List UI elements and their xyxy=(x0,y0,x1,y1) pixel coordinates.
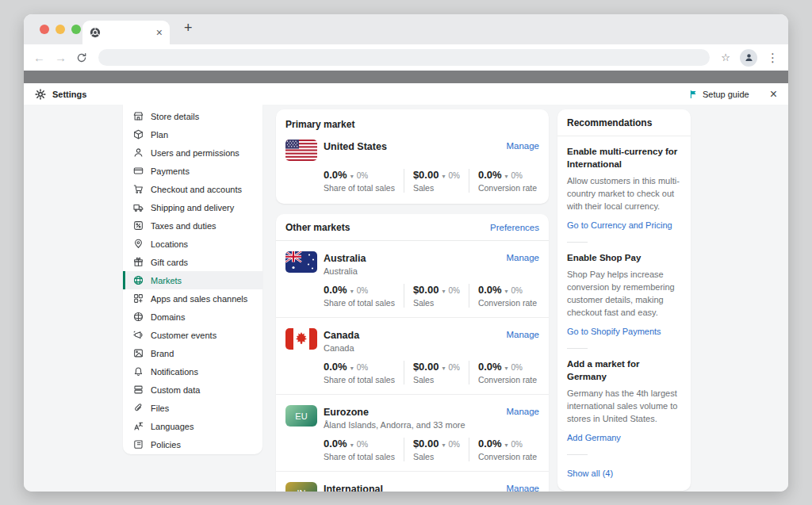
stat-label: Sales xyxy=(413,452,460,461)
browser-window: × + ← → ☆ ⋮ Settings xyxy=(24,14,788,492)
sidebar-item-plan[interactable]: Plan xyxy=(123,125,262,143)
sidebar-item-store-details[interactable]: Store details xyxy=(123,107,262,125)
sidebar-item-label: Domains xyxy=(151,312,185,322)
market-entry-australia: Australia Australia Manage 0.0%▾0% Share… xyxy=(276,241,549,318)
sidebar-item-notifications[interactable]: Notifications xyxy=(123,362,262,381)
close-settings-icon[interactable]: × xyxy=(770,88,777,101)
sidebar-item-customer-events[interactable]: Customer events xyxy=(123,326,262,344)
browser-menu-icon[interactable]: ⋮ xyxy=(767,52,779,63)
sidebar-item-taxes-and-duties[interactable]: Taxes and duties xyxy=(123,216,262,235)
sidebar-item-files[interactable]: Files xyxy=(123,399,262,417)
market-stats: 0.0%▾0% Share of total sales $0.00▾0% Sa… xyxy=(324,284,539,308)
sidebar-item-languages[interactable]: Languages xyxy=(123,417,262,435)
stat-value: 0.0% xyxy=(324,438,347,450)
url-address-bar[interactable] xyxy=(98,49,710,66)
sidebar-item-users-and-permissions[interactable]: Users and permissions xyxy=(123,143,262,162)
currency-and-pricing-link[interactable]: Go to Currency and Pricing xyxy=(567,220,672,230)
tab-close-icon[interactable]: × xyxy=(156,27,163,38)
manage-link[interactable]: Manage xyxy=(506,251,539,262)
megaphone-icon xyxy=(133,330,144,340)
add-germany-link[interactable]: Add Germany xyxy=(567,433,621,442)
recommendation-shop-pay: Enable Shop Pay Shop Pay helps increase … xyxy=(557,243,691,338)
back-icon[interactable]: ← xyxy=(33,52,45,63)
person-icon xyxy=(744,52,754,63)
stat-value: 0.0% xyxy=(478,284,502,296)
sidebar-item-custom-data[interactable]: Custom data xyxy=(123,381,262,399)
caret-down-icon: ▾ xyxy=(505,365,508,372)
caret-down-icon: ▾ xyxy=(505,442,508,449)
database-icon xyxy=(133,384,144,395)
market-subtitle: Australia xyxy=(324,266,366,276)
reload-icon[interactable] xyxy=(76,52,87,63)
maximize-window-button[interactable] xyxy=(71,25,81,34)
sidebar-item-label: Apps and sales channels xyxy=(151,294,247,304)
percent-icon xyxy=(133,220,144,231)
stat-value: $0.00 xyxy=(413,361,439,373)
manage-link[interactable]: Manage xyxy=(506,328,539,339)
show-all-link[interactable]: Show all (4) xyxy=(567,469,613,478)
caret-down-icon: ▾ xyxy=(442,442,445,449)
market-stats: 0.0%▾0% Share of total sales $0.00▾0% Sa… xyxy=(324,361,539,384)
stat-value: $0.00 xyxy=(413,169,439,181)
shopify-payments-link[interactable]: Go to Shopify Payments xyxy=(567,327,661,336)
market-name: Australia xyxy=(324,253,366,264)
stat-value: 0.0% xyxy=(478,361,502,373)
ca-flag xyxy=(285,328,317,350)
stat-label: Sales xyxy=(413,183,460,193)
forward-icon[interactable]: → xyxy=(55,52,67,63)
bookmark-star-icon[interactable]: ☆ xyxy=(721,52,730,63)
stat-share-of-total-sales: 0.0%▾0% Share of total sales xyxy=(324,284,404,308)
new-tab-button[interactable]: + xyxy=(184,20,193,36)
stat-conversion-rate: 0.0%▾0% Conversion rate xyxy=(478,284,537,308)
sidebar-item-label: Languages xyxy=(151,422,193,431)
stat-value: 0.0% xyxy=(324,169,347,181)
sidebar-item-shipping-and-delivery[interactable]: Shipping and delivery xyxy=(123,198,262,216)
market-entry-eurozone: EU Eurozone Åland Islands, Andorra, and … xyxy=(276,395,549,472)
stat-sales: $0.00▾0% Sales xyxy=(413,361,469,384)
caret-down-icon: ▾ xyxy=(442,173,445,180)
stat-delta: 0% xyxy=(357,286,368,295)
sidebar-item-apps-and-sales-channels[interactable]: Apps and sales channels xyxy=(123,289,262,308)
sidebar-item-label: Customer events xyxy=(151,331,216,340)
primary-market-card: Primary market xyxy=(276,109,549,204)
stat-delta: 0% xyxy=(448,171,459,180)
eu-badge: EU xyxy=(285,405,317,427)
stat-delta: 0% xyxy=(511,363,523,372)
sidebar-item-label: Users and permissions xyxy=(151,148,239,158)
stat-label: Conversion rate xyxy=(478,375,537,384)
stat-value: 0.0% xyxy=(478,169,502,181)
preferences-link[interactable]: Preferences xyxy=(490,223,539,232)
manage-link[interactable]: Manage xyxy=(506,405,539,416)
sidebar-item-gift-cards[interactable]: Gift cards xyxy=(123,253,262,271)
manage-link[interactable]: Manage xyxy=(506,140,539,151)
credit-card-icon xyxy=(133,166,144,176)
manage-link[interactable]: Manage xyxy=(506,482,539,492)
sidebar-item-label: Files xyxy=(151,404,169,413)
au-flag xyxy=(285,251,317,273)
browser-profile-avatar[interactable] xyxy=(740,49,757,67)
gift-icon xyxy=(133,257,144,267)
primary-market-title: Primary market xyxy=(285,119,539,130)
scroll-icon xyxy=(133,439,144,450)
sidebar-item-domains[interactable]: Domains xyxy=(123,308,262,326)
sidebar-item-markets[interactable]: Markets xyxy=(123,271,262,289)
sidebar-item-policies[interactable]: Policies xyxy=(123,435,262,453)
sidebar-item-payments[interactable]: Payments xyxy=(123,162,262,180)
globe-icon xyxy=(133,275,144,285)
minimize-window-button[interactable] xyxy=(56,25,65,34)
caret-down-icon: ▾ xyxy=(442,288,445,295)
sidebar-item-brand[interactable]: Brand xyxy=(123,344,262,362)
cart-icon xyxy=(133,184,144,194)
stat-conversion-rate: 0.0%▾0% Conversion rate xyxy=(478,438,537,461)
setup-guide-button[interactable]: Setup guide xyxy=(689,90,749,99)
stat-sales: $0.00▾0% Sales xyxy=(413,284,469,308)
sidebar-item-label: Gift cards xyxy=(151,258,188,267)
sidebar-item-label: Brand xyxy=(151,349,174,358)
stat-label: Share of total sales xyxy=(324,452,395,461)
close-window-button[interactable] xyxy=(40,25,49,34)
stat-value: 0.0% xyxy=(478,438,502,450)
stat-label: Share of total sales xyxy=(324,375,395,384)
sidebar-item-locations[interactable]: Locations xyxy=(123,235,262,253)
sidebar-item-checkout-and-accounts[interactable]: Checkout and accounts xyxy=(123,180,262,198)
browser-tab[interactable]: × xyxy=(82,21,170,44)
